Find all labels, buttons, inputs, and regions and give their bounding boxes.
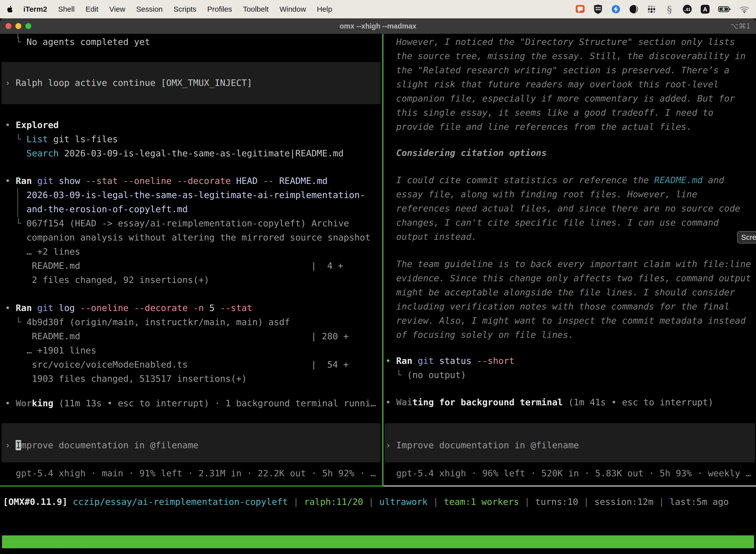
- window-shortcut-badge: ⌥⌘1: [731, 18, 751, 34]
- letter-badge-icon[interactable]: A: [700, 4, 710, 14]
- title-bar[interactable]: omx --xhigh --madmax ⌥⌘1: [0, 18, 756, 34]
- reasoning-paragraph-line: the "Related research writing" section i…: [385, 63, 730, 77]
- reasoning-paragraph-line: slight risk that future readers may over…: [385, 77, 719, 91]
- terminal-area: └ No agents completed yet › Ralph loop a…: [0, 34, 756, 552]
- right-terminal-pane[interactable]: However, I noticed the "Directory Struct…: [383, 34, 756, 486]
- crescent-circle-icon[interactable]: [629, 4, 639, 14]
- pane-border-bottom-right[interactable]: [383, 486, 756, 487]
- screen: iTerm2 Shell Edit View Session Scripts P…: [0, 0, 756, 554]
- window-title: omx --xhigh --madmax: [0, 18, 756, 34]
- screen-toast[interactable]: Scre: [737, 231, 756, 243]
- ran-git-show-command: • Ran git show --stat --oneline --decora…: [5, 174, 328, 188]
- pane-divider-vertical[interactable]: [382, 34, 383, 487]
- menu-item-shell[interactable]: Shell: [58, 5, 75, 13]
- menu-item-edit[interactable]: Edit: [85, 5, 99, 13]
- git-show-arg-wrap-1: 2026-03-09-is-legal-the-same-as-legitima…: [5, 188, 365, 202]
- working-status-line: • Working (11m 13s • esc to interrupt) ·…: [5, 396, 376, 410]
- git-show-stat-readme: README.md: [5, 259, 80, 273]
- ran-git-status-command: • Ran git status --short: [385, 354, 514, 368]
- count-badge-icon[interactable]: ..61: [682, 4, 693, 14]
- git-log-stat-summary: 1903 files changed, 513517 insertions(+): [5, 372, 247, 386]
- menu-item-help[interactable]: Help: [317, 5, 332, 13]
- menu-status-icons: § ..61 A: [575, 4, 750, 14]
- reasoning-paragraph-line: this single essay, it seems like a good …: [385, 106, 713, 120]
- git-show-output-more-lines: … +2 lines: [5, 244, 80, 259]
- tmux-window-label[interactable]: [omx-cczip0:bash*: [3, 548, 98, 552]
- squiggle-icon[interactable]: §: [664, 4, 675, 14]
- letter-badge-label: A: [703, 6, 707, 13]
- git-show-stat-summary: 2 files changed, 92 insertions(+): [5, 273, 209, 287]
- explored-list-line: └ List git ls-files: [5, 132, 118, 146]
- reasoning-paragraph-line: review. Also, I might want to inspect th…: [385, 314, 746, 328]
- right-session-statusbar: gpt-5.4 xhigh · 96% left · 520K in · 5.8…: [385, 466, 751, 480]
- ralph-loop-message: › Ralph loop active continue [OMX_TMUX_I…: [5, 76, 252, 90]
- agents-status-line: └ No agents completed yet: [5, 35, 150, 49]
- git-log-stat-readme: README.md: [5, 329, 80, 343]
- left-session-statusbar: gpt-5.4 xhigh · main · 91% left · 2.31M …: [5, 466, 376, 480]
- menu-item-profiles[interactable]: Profiles: [207, 5, 232, 13]
- git-log-output-commit: └ 4b9d30f (origin/main, instructkr/main,…: [5, 315, 290, 329]
- menu-item-iterm2[interactable]: iTerm2: [23, 5, 47, 13]
- omx-status-line: [OMX#0.11.9] cczip/essay/ai-reimplementa…: [3, 495, 729, 509]
- sync-bolt-icon[interactable]: [611, 4, 621, 14]
- git-log-stat-voicemode-count: | 54 +: [311, 357, 349, 372]
- menu-item-view[interactable]: View: [109, 5, 125, 13]
- reasoning-paragraph-line: references need actual files, and since …: [385, 201, 740, 215]
- wifi-icon[interactable]: [739, 4, 750, 14]
- git-show-arg-wrap-2: and-the-erosion-of-copyleft.md: [5, 202, 188, 216]
- menu-item-toolbelt[interactable]: Toolbelt: [243, 5, 269, 13]
- reasoning-paragraph-line: I could cite commit statistics or refere…: [385, 173, 724, 187]
- git-show-output-commit-wrap: companion analysis without altering the …: [5, 230, 371, 244]
- reasoning-paragraph-line: evidence. Since this change only affects…: [385, 271, 751, 285]
- reasoning-paragraph-line: essay file, along with finding root file…: [385, 187, 697, 201]
- git-show-output-commit: └ 067f154 (HEAD -> essay/ai-reimplementa…: [5, 216, 349, 230]
- reasoning-paragraph-line: changes, I can't cite specific file line…: [385, 215, 719, 230]
- git-log-stat-readme-count: | 280 +: [311, 329, 349, 343]
- reasoning-paragraph-line: the source tree, missing the essay. Stil…: [385, 49, 746, 63]
- menu-item-scripts[interactable]: Scripts: [174, 5, 196, 13]
- git-log-output-more-lines: … +1901 lines: [5, 343, 96, 357]
- git-log-stat-voicemode: src/voice/voiceModeEnabled.ts: [5, 357, 188, 372]
- screen-toast-label: Scre: [741, 233, 756, 241]
- battery-charging-icon[interactable]: [718, 4, 732, 14]
- tmux-status-bar: [omx-cczip0:bash* "MacBook-Pro-44.local"…: [2, 535, 754, 548]
- shield-keypad-icon[interactable]: [593, 4, 603, 14]
- reasoning-paragraph-line: output instead.: [385, 230, 477, 244]
- ran-git-log-command: • Ran git log --oneline --decorate -n 5 …: [5, 301, 252, 315]
- pane-border-bottom-left[interactable]: [0, 486, 383, 487]
- menu-bar: iTerm2 Shell Edit View Session Scripts P…: [0, 0, 756, 18]
- reasoning-paragraph-line: companion file, especially if more comme…: [385, 91, 735, 106]
- reasoning-paragraph-line: The team guideline is to back every impo…: [385, 257, 751, 271]
- reasoning-paragraph-line: might be acceptable alongside the file l…: [385, 285, 735, 299]
- apple-menu-icon[interactable]: [6, 5, 14, 13]
- explored-header: • Explored: [5, 118, 59, 132]
- waiting-status-line: • Waiting for background terminal (1m 41…: [385, 395, 713, 409]
- right-prompt-text[interactable]: › Improve documentation in @filename: [385, 438, 579, 452]
- reasoning-paragraph-line: including verification notes with those …: [385, 299, 730, 314]
- git-show-stat-readme-count: | 4 +: [311, 259, 343, 273]
- left-terminal-pane[interactable]: └ No agents completed yet › Ralph loop a…: [0, 34, 382, 486]
- dots-grid-icon[interactable]: [646, 4, 657, 14]
- reasoning-paragraph-line: provide file and line references from th…: [385, 120, 692, 134]
- explored-search-line: Search 2026-03-09-is-legal-the-same-as-l…: [5, 146, 343, 160]
- count-badge-label: ..61: [684, 7, 691, 12]
- menu-item-window[interactable]: Window: [279, 5, 306, 13]
- reasoning-paragraph-line: of focusing solely on file lines.: [385, 328, 574, 342]
- left-prompt-text[interactable]: › Improve documentation in @filename: [5, 438, 198, 452]
- chat-bubble-icon[interactable]: [575, 4, 585, 14]
- git-status-no-output: └ (no output): [385, 368, 466, 382]
- reasoning-section-heading: Considering citation options: [385, 146, 547, 160]
- reasoning-paragraph-line: However, I noticed the "Directory Struct…: [385, 35, 735, 49]
- iterm-window: omx --xhigh --madmax ⌥⌘1 └ No agents com…: [0, 18, 756, 552]
- menu-item-session[interactable]: Session: [136, 5, 163, 13]
